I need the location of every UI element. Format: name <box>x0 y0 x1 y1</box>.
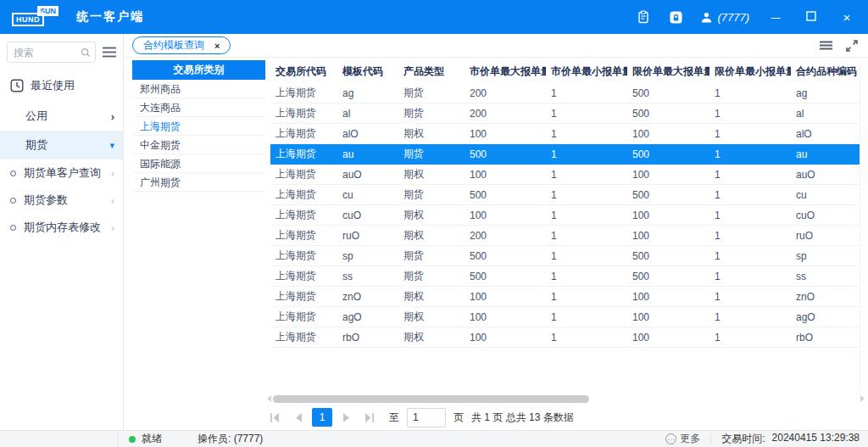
sidebar-item-futures-params[interactable]: 期货参数 › <box>0 187 123 214</box>
ready-label: 就绪 <box>142 432 162 446</box>
cell-exchange-code: 上海期货 <box>270 310 337 324</box>
cell-limit-max-qty: 100 <box>627 291 709 303</box>
col-market-max-qty[interactable]: 市价单最大报单量 <box>465 64 546 79</box>
exchange-list-item[interactable]: 国际能源 <box>132 154 265 173</box>
cell-limit-min-qty: 1 <box>709 291 791 303</box>
maximize-button[interactable] <box>802 11 821 23</box>
col-product-type[interactable]: 产品类型 <box>398 64 465 79</box>
cell-template-code: rbO <box>337 332 398 344</box>
cell-exchange-code: 上海期货 <box>270 330 337 344</box>
scroll-left-icon[interactable] <box>264 395 273 402</box>
cell-limit-max-qty: 500 <box>627 271 709 282</box>
cell-limit-min-qty: 1 <box>709 311 791 323</box>
table-header-row: 交易所代码 模板代码 产品类型 市价单最大报单量 市价单最小报单量 限价单最大报… <box>270 60 860 83</box>
cell-limit-max-qty: 100 <box>627 128 709 140</box>
ready-status: 就绪 <box>129 432 162 446</box>
cell-limit-min-qty: 1 <box>709 271 791 282</box>
scroll-right-icon[interactable] <box>858 395 866 402</box>
table-row[interactable]: 上海期货 cuO 期权 100 1 100 1 cuO <box>270 205 860 226</box>
sidebar-item-label: 期货单客户查询 <box>24 165 111 181</box>
table-row[interactable]: 上海期货 cu 期货 500 1 500 1 cu <box>270 185 860 205</box>
bullet-icon <box>10 198 16 204</box>
table-row[interactable]: 上海期货 auO 期权 100 1 100 1 auO <box>270 165 860 185</box>
table-row[interactable]: 上海期货 au 期货 500 1 500 1 au <box>270 144 860 165</box>
tab-close-icon[interactable]: × <box>214 41 220 51</box>
cell-contract-variety-code: ruO <box>791 230 859 242</box>
table-row[interactable]: 上海期货 agO 期权 100 1 100 1 agO <box>270 307 860 327</box>
cell-template-code: ag <box>337 87 398 99</box>
sidebar-item-futures[interactable]: 期货 ▾ <box>0 131 123 159</box>
sidebar-item-recent[interactable]: 最近使用 <box>0 70 123 102</box>
table-row[interactable]: 上海期货 ruO 期权 200 1 100 1 ruO <box>270 226 860 246</box>
status-bar-right: … 更多 交易时间: 20240415 13:29:38 <box>665 432 868 446</box>
tab-list-icon[interactable] <box>820 41 832 50</box>
exchange-list-item[interactable]: 中金期货 <box>132 136 265 154</box>
exchange-list-item[interactable]: 上海期货 <box>132 117 265 136</box>
menu-icon[interactable] <box>103 47 116 58</box>
sidebar-item-public[interactable]: 公用 › <box>0 102 123 131</box>
tab-contract-template-query[interactable]: 合约模板查询 × <box>132 36 231 54</box>
cell-product-type: 期货 <box>398 269 465 283</box>
more-button[interactable]: … 更多 <box>665 432 700 446</box>
table-row[interactable]: 上海期货 sp 期货 500 1 500 1 sp <box>270 246 860 266</box>
col-contract-variety-code[interactable]: 合约品种编码 <box>791 64 859 79</box>
cell-exchange-code: 上海期货 <box>270 86 337 100</box>
cell-product-type: 期货 <box>398 249 465 263</box>
cell-product-type: 期货 <box>398 86 465 100</box>
table-row[interactable]: 上海期货 al 期货 200 1 500 1 al <box>270 103 860 124</box>
search-box[interactable] <box>7 42 96 63</box>
exchange-list-item[interactable]: 广州期货 <box>132 173 265 192</box>
exchange-list-item[interactable]: 郑州商品 <box>132 80 265 98</box>
horizontal-scrollbar[interactable] <box>264 393 866 405</box>
close-button[interactable]: × <box>837 11 856 24</box>
title-bar-actions: (7777) ─ × <box>636 9 856 25</box>
cell-market-min-qty: 1 <box>546 189 627 201</box>
user-menu[interactable]: (7777) <box>700 11 749 24</box>
table-row[interactable]: 上海期货 znO 期权 100 1 100 1 znO <box>270 287 860 307</box>
last-page-button[interactable] <box>359 408 378 427</box>
cell-limit-max-qty: 500 <box>627 87 709 99</box>
exchange-list-item[interactable]: 大连商品 <box>132 98 265 117</box>
status-bar-left-pane <box>0 431 119 447</box>
vertical-scrollbar[interactable] <box>860 60 868 393</box>
sidebar-item-label: 公用 <box>25 109 111 124</box>
cell-template-code: ruO <box>337 230 398 242</box>
cell-market-max-qty: 100 <box>465 291 546 303</box>
cell-exchange-code: 上海期货 <box>270 147 337 161</box>
tab-strip: 合约模板查询 × <box>124 34 868 58</box>
clipboard-icon[interactable] <box>636 9 651 25</box>
trade-time-value: 20240415 13:29:38 <box>772 432 860 446</box>
goto-page-suffix: 页 <box>453 411 464 425</box>
first-page-button[interactable] <box>266 408 285 427</box>
current-page-button[interactable]: 1 <box>312 408 332 427</box>
minimize-button[interactable]: ─ <box>766 11 785 24</box>
cell-limit-max-qty: 100 <box>627 230 709 242</box>
exchange-category-panel: 交易所类别 郑州商品 大连商品 上海期货 中金期货 国际能源 <box>132 60 265 393</box>
cell-template-code: al <box>337 108 398 120</box>
cell-market-max-qty: 500 <box>465 271 546 282</box>
table-row[interactable]: 上海期货 ss 期货 500 1 500 1 ss <box>270 266 860 287</box>
col-exchange-code[interactable]: 交易所代码 <box>270 64 337 79</box>
col-market-min-qty[interactable]: 市价单最小报单量 <box>546 64 627 79</box>
sidebar-item-futures-memtable-edit[interactable]: 期货内存表修改 › <box>0 214 123 241</box>
cell-template-code: au <box>337 148 398 160</box>
search-input[interactable] <box>14 47 81 59</box>
cell-contract-variety-code: cuO <box>791 210 859 221</box>
cell-limit-max-qty: 100 <box>627 210 709 221</box>
expand-icon[interactable] <box>846 40 858 52</box>
next-page-button[interactable] <box>337 408 355 427</box>
scrollbar-thumb[interactable] <box>273 395 589 403</box>
col-limit-min-qty[interactable]: 限价单最小报单量 <box>709 64 791 79</box>
col-template-code[interactable]: 模板代码 <box>337 64 398 79</box>
sidebar-item-futures-client-query[interactable]: 期货单客户查询 › <box>0 159 123 187</box>
goto-page-input[interactable] <box>407 408 446 427</box>
table-row[interactable]: 上海期货 rbO 期权 100 1 100 1 rbO <box>270 327 860 348</box>
lock-badge-icon[interactable] <box>668 9 683 25</box>
table-row[interactable]: 上海期货 alO 期权 100 1 100 1 alO <box>270 124 860 144</box>
col-limit-max-qty[interactable]: 限价单最大报单量 <box>627 64 709 79</box>
cell-market-min-qty: 1 <box>546 311 627 323</box>
cell-product-type: 期货 <box>398 187 465 202</box>
prev-page-button[interactable] <box>289 408 308 427</box>
table-row[interactable]: 上海期货 ag 期货 200 1 500 1 ag <box>270 83 860 103</box>
cell-exchange-code: 上海期货 <box>270 126 337 141</box>
